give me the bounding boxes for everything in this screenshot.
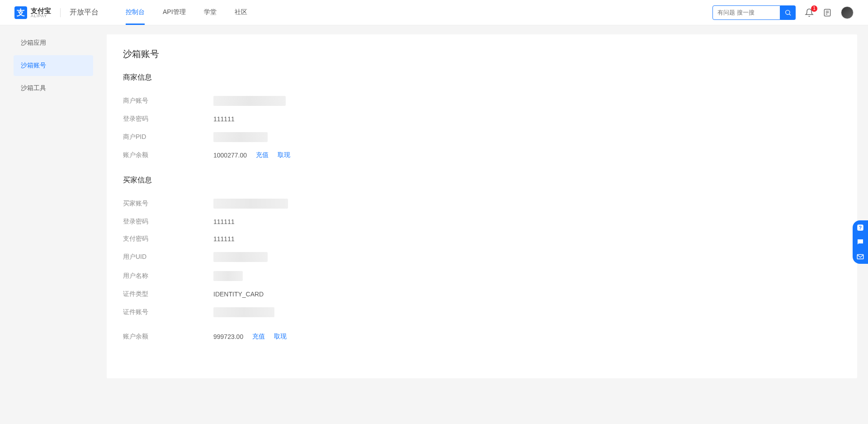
buyer-pay-password-value: 111111 [213, 235, 235, 243]
buyer-cert-type-value: IDENTITY_CARD [213, 291, 264, 298]
platform-name: 开放平台 [70, 8, 99, 17]
buyer-uid-value [213, 252, 268, 262]
merchant-pid-row: 商户PID [123, 128, 841, 147]
buyer-account-label: 买家账号 [123, 200, 213, 208]
brand-cn: 支付宝 [31, 7, 51, 14]
buyer-pay-password-row: 支付密码 111111 [123, 230, 841, 248]
help-icon: ? [856, 224, 864, 232]
buyer-cert-number-label: 证件账号 [123, 308, 213, 316]
logo-block[interactable]: 支 支付宝 ALIPAY 开放平台 [14, 6, 99, 19]
merchant-pid-label: 商户PID [123, 133, 213, 141]
brand-en: ALIPAY [31, 14, 51, 18]
buyer-cert-type-label: 证件类型 [123, 290, 213, 298]
nav-api[interactable]: API管理 [163, 0, 186, 25]
top-nav: 控制台 API管理 学堂 社区 [126, 0, 247, 25]
search-input[interactable] [712, 5, 780, 20]
docs-button[interactable] [823, 8, 832, 17]
header-divider [60, 8, 61, 17]
svg-point-0 [786, 10, 790, 14]
buyer-balance-label: 账户余额 [123, 333, 213, 341]
page-title: 沙箱账号 [123, 48, 841, 60]
buyer-balance-value: 999723.00 [213, 333, 243, 340]
sidebar-sandbox-account[interactable]: 沙箱账号 [14, 55, 93, 76]
document-icon [823, 8, 832, 17]
search-icon [784, 9, 792, 16]
buyer-cert-type-row: 证件类型 IDENTITY_CARD [123, 286, 841, 303]
nav-school[interactable]: 学堂 [204, 0, 217, 25]
sidebar: 沙箱应用 沙箱账号 沙箱工具 [0, 25, 107, 424]
avatar[interactable] [841, 6, 854, 19]
mail-icon [856, 252, 864, 261]
buyer-cert-number-value [213, 307, 274, 317]
buyer-login-password-row: 登录密码 111111 [123, 213, 841, 230]
merchant-pid-value [213, 132, 268, 142]
merchant-recharge-link[interactable]: 充值 [256, 151, 269, 159]
merchant-login-password-label: 登录密码 [123, 115, 213, 123]
buyer-withdraw-link[interactable]: 取现 [274, 333, 287, 341]
sidebar-sandbox-tools[interactable]: 沙箱工具 [14, 78, 93, 99]
alipay-logo-icon: 支 [14, 6, 27, 19]
merchant-login-password-value: 111111 [213, 115, 235, 123]
buyer-section-title: 买家信息 [123, 176, 841, 185]
buyer-cert-number-row: 证件账号 [123, 303, 841, 322]
buyer-name-value [213, 271, 243, 281]
notification-badge: 1 [811, 5, 817, 12]
sidebar-sandbox-app[interactable]: 沙箱应用 [14, 33, 93, 53]
top-header: 支 支付宝 ALIPAY 开放平台 控制台 API管理 学堂 社区 1 [0, 0, 868, 25]
help-tool[interactable]: ? [853, 220, 868, 235]
buyer-name-row: 用户名称 [123, 267, 841, 286]
chat-tool[interactable] [853, 235, 868, 249]
merchant-section-title: 商家信息 [123, 73, 841, 82]
nav-console[interactable]: 控制台 [126, 0, 145, 25]
notification-button[interactable]: 1 [805, 8, 814, 17]
merchant-balance-value: 1000277.00 [213, 152, 247, 159]
content-card: 沙箱账号 商家信息 商户账号 登录密码 111111 商户PID 账户余额 10… [107, 34, 857, 378]
merchant-account-label: 商户账号 [123, 97, 213, 105]
merchant-balance-label: 账户余额 [123, 151, 213, 159]
buyer-account-value [213, 199, 288, 209]
search-box [712, 5, 796, 20]
merchant-withdraw-link[interactable]: 取现 [278, 151, 290, 159]
search-button[interactable] [780, 5, 796, 20]
buyer-uid-row: 用户UID [123, 248, 841, 267]
buyer-login-password-value: 111111 [213, 218, 235, 225]
nav-community[interactable]: 社区 [235, 0, 247, 25]
buyer-balance-row: 账户余额 999723.00 充值 取现 [123, 328, 841, 345]
merchant-login-password-row: 登录密码 111111 [123, 110, 841, 128]
merchant-balance-row: 账户余额 1000277.00 充值 取现 [123, 147, 841, 164]
svg-line-1 [789, 14, 791, 15]
svg-text:?: ? [859, 225, 862, 230]
buyer-recharge-link[interactable]: 充值 [252, 333, 265, 341]
merchant-account-value [213, 96, 286, 106]
buyer-uid-label: 用户UID [123, 253, 213, 261]
float-tools: ? [853, 220, 868, 264]
mail-tool[interactable] [853, 249, 868, 264]
chat-icon [856, 238, 864, 246]
buyer-account-row: 买家账号 [123, 194, 841, 213]
merchant-account-row: 商户账号 [123, 91, 841, 110]
buyer-name-label: 用户名称 [123, 272, 213, 280]
buyer-pay-password-label: 支付密码 [123, 235, 213, 243]
buyer-login-password-label: 登录密码 [123, 218, 213, 226]
